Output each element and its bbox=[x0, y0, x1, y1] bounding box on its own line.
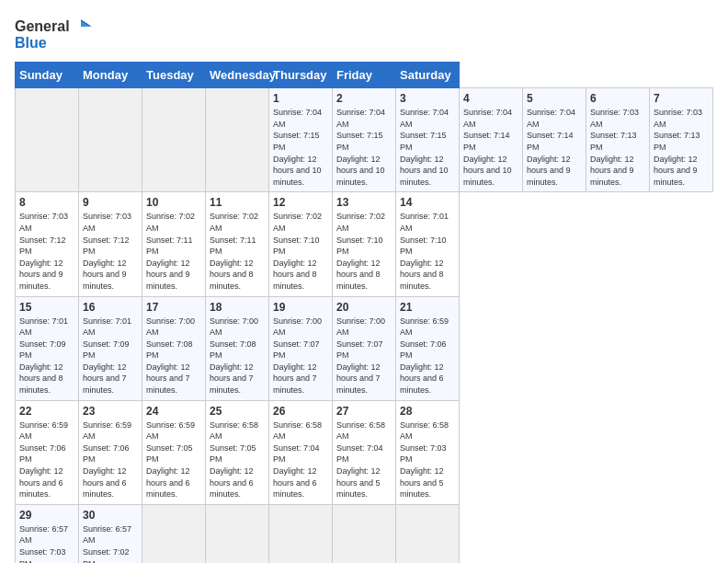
logo: General Blue bbox=[15, 15, 92, 51]
day-number: 26 bbox=[273, 405, 328, 418]
day-number: 3 bbox=[400, 92, 455, 105]
calendar-cell: 17Sunrise: 7:00 AMSunset: 7:08 PMDayligh… bbox=[142, 296, 206, 400]
col-header-monday: Monday bbox=[79, 63, 142, 88]
day-info: Sunrise: 7:03 AMSunset: 7:12 PMDaylight:… bbox=[19, 211, 74, 292]
day-info: Sunrise: 6:59 AMSunset: 7:06 PMDaylight:… bbox=[400, 316, 455, 396]
day-info: Sunrise: 7:00 AMSunset: 7:07 PMDaylight:… bbox=[336, 316, 392, 396]
logo-container: General Blue bbox=[15, 18, 92, 51]
day-info: Sunrise: 7:02 AMSunset: 7:11 PMDaylight:… bbox=[210, 211, 265, 292]
calendar-cell: 15Sunrise: 7:01 AMSunset: 7:09 PMDayligh… bbox=[16, 296, 79, 400]
col-header-sunday: Sunday bbox=[16, 63, 79, 88]
day-number: 16 bbox=[83, 301, 138, 314]
day-info: Sunrise: 7:02 AMSunset: 7:11 PMDaylight:… bbox=[146, 211, 201, 292]
day-info: Sunrise: 7:04 AMSunset: 7:15 PMDaylight:… bbox=[400, 107, 455, 188]
calendar-cell: 28Sunrise: 6:58 AMSunset: 7:03 PMDayligh… bbox=[396, 400, 460, 504]
day-number: 30 bbox=[83, 509, 138, 522]
day-info: Sunrise: 7:01 AMSunset: 7:09 PMDaylight:… bbox=[19, 316, 74, 396]
calendar-cell: 27Sunrise: 6:58 AMSunset: 7:04 PMDayligh… bbox=[333, 400, 396, 504]
calendar-week-2: 8Sunrise: 7:03 AMSunset: 7:12 PMDaylight… bbox=[16, 192, 713, 296]
day-number: 18 bbox=[210, 301, 265, 314]
day-number: 10 bbox=[146, 196, 201, 209]
calendar-week-3: 15Sunrise: 7:01 AMSunset: 7:09 PMDayligh… bbox=[16, 296, 713, 400]
calendar-cell bbox=[206, 504, 269, 563]
day-info: Sunrise: 7:03 AMSunset: 7:13 PMDaylight:… bbox=[590, 107, 645, 188]
day-number: 28 bbox=[400, 405, 455, 418]
day-info: Sunrise: 7:02 AMSunset: 7:10 PMDaylight:… bbox=[336, 211, 392, 292]
day-info: Sunrise: 7:04 AMSunset: 7:15 PMDaylight:… bbox=[336, 107, 392, 188]
day-info: Sunrise: 7:03 AMSunset: 7:13 PMDaylight:… bbox=[654, 107, 709, 188]
calendar-cell: 19Sunrise: 7:00 AMSunset: 7:07 PMDayligh… bbox=[269, 296, 333, 400]
day-info: Sunrise: 6:58 AMSunset: 7:03 PMDaylight:… bbox=[400, 419, 455, 500]
day-number: 1 bbox=[273, 92, 328, 105]
calendar-cell: 22Sunrise: 6:59 AMSunset: 7:06 PMDayligh… bbox=[16, 400, 79, 504]
calendar-cell: 24Sunrise: 6:59 AMSunset: 7:05 PMDayligh… bbox=[142, 400, 206, 504]
day-info: Sunrise: 6:59 AMSunset: 7:06 PMDaylight:… bbox=[83, 419, 138, 500]
calendar-cell: 2Sunrise: 7:04 AMSunset: 7:15 PMDaylight… bbox=[333, 88, 396, 192]
day-number: 15 bbox=[19, 301, 74, 314]
day-number: 7 bbox=[654, 92, 709, 105]
col-header-saturday: Saturday bbox=[396, 63, 460, 88]
day-number: 24 bbox=[146, 405, 201, 418]
day-number: 23 bbox=[83, 405, 138, 418]
calendar-cell bbox=[333, 504, 396, 563]
calendar-cell bbox=[269, 504, 333, 563]
day-number: 5 bbox=[527, 92, 582, 105]
day-info: Sunrise: 6:57 AMSunset: 7:02 PMDaylight:… bbox=[83, 523, 138, 563]
day-info: Sunrise: 7:00 AMSunset: 7:08 PMDaylight:… bbox=[210, 316, 265, 396]
calendar-cell: 9Sunrise: 7:03 AMSunset: 7:12 PMDaylight… bbox=[79, 192, 142, 296]
day-info: Sunrise: 6:58 AMSunset: 7:04 PMDaylight:… bbox=[336, 419, 392, 500]
calendar-cell bbox=[79, 88, 142, 192]
calendar-cell: 6Sunrise: 7:03 AMSunset: 7:13 PMDaylight… bbox=[586, 88, 650, 192]
day-info: Sunrise: 7:01 AMSunset: 7:10 PMDaylight:… bbox=[400, 211, 455, 292]
calendar-cell: 10Sunrise: 7:02 AMSunset: 7:11 PMDayligh… bbox=[142, 192, 206, 296]
day-number: 29 bbox=[19, 509, 74, 522]
day-info: Sunrise: 7:04 AMSunset: 7:14 PMDaylight:… bbox=[527, 107, 582, 188]
calendar-cell: 25Sunrise: 6:58 AMSunset: 7:05 PMDayligh… bbox=[206, 400, 269, 504]
col-header-wednesday: Wednesday bbox=[206, 63, 269, 88]
day-info: Sunrise: 6:57 AMSunset: 7:03 PMDaylight:… bbox=[19, 523, 74, 563]
calendar-cell: 12Sunrise: 7:02 AMSunset: 7:10 PMDayligh… bbox=[269, 192, 333, 296]
day-number: 19 bbox=[273, 301, 328, 314]
calendar-cell bbox=[142, 504, 206, 563]
day-number: 11 bbox=[210, 196, 265, 209]
day-number: 22 bbox=[19, 405, 74, 418]
day-info: Sunrise: 7:00 AMSunset: 7:07 PMDaylight:… bbox=[273, 316, 328, 396]
day-info: Sunrise: 6:58 AMSunset: 7:05 PMDaylight:… bbox=[210, 419, 265, 500]
calendar-cell: 16Sunrise: 7:01 AMSunset: 7:09 PMDayligh… bbox=[79, 296, 142, 400]
calendar-week-1: 1Sunrise: 7:04 AMSunset: 7:15 PMDaylight… bbox=[16, 88, 713, 192]
calendar-cell: 3Sunrise: 7:04 AMSunset: 7:15 PMDaylight… bbox=[396, 88, 460, 192]
calendar-cell: 18Sunrise: 7:00 AMSunset: 7:08 PMDayligh… bbox=[206, 296, 269, 400]
day-info: Sunrise: 6:58 AMSunset: 7:04 PMDaylight:… bbox=[273, 419, 328, 500]
day-info: Sunrise: 7:03 AMSunset: 7:12 PMDaylight:… bbox=[83, 211, 138, 292]
calendar-cell: 14Sunrise: 7:01 AMSunset: 7:10 PMDayligh… bbox=[396, 192, 460, 296]
calendar-cell bbox=[142, 88, 206, 192]
calendar-cell: 5Sunrise: 7:04 AMSunset: 7:14 PMDaylight… bbox=[523, 88, 586, 192]
day-number: 9 bbox=[83, 196, 138, 209]
day-info: Sunrise: 6:59 AMSunset: 7:05 PMDaylight:… bbox=[146, 419, 201, 500]
day-number: 27 bbox=[336, 405, 392, 418]
calendar-header: SundayMondayTuesdayWednesdayThursdayFrid… bbox=[16, 63, 713, 88]
logo-general: General bbox=[15, 18, 70, 35]
calendar-cell: 21Sunrise: 6:59 AMSunset: 7:06 PMDayligh… bbox=[396, 296, 460, 400]
calendar-cell: 11Sunrise: 7:02 AMSunset: 7:11 PMDayligh… bbox=[206, 192, 269, 296]
col-header-tuesday: Tuesday bbox=[142, 63, 206, 88]
calendar-cell: 23Sunrise: 6:59 AMSunset: 7:06 PMDayligh… bbox=[79, 400, 142, 504]
day-number: 12 bbox=[273, 196, 328, 209]
day-number: 25 bbox=[210, 405, 265, 418]
calendar-cell: 8Sunrise: 7:03 AMSunset: 7:12 PMDaylight… bbox=[16, 192, 79, 296]
calendar-cell: 7Sunrise: 7:03 AMSunset: 7:13 PMDaylight… bbox=[650, 88, 713, 192]
col-header-thursday: Thursday bbox=[269, 63, 333, 88]
day-info: Sunrise: 6:59 AMSunset: 7:06 PMDaylight:… bbox=[19, 419, 74, 500]
day-info: Sunrise: 7:04 AMSunset: 7:14 PMDaylight:… bbox=[463, 107, 518, 188]
day-number: 6 bbox=[590, 92, 645, 105]
day-info: Sunrise: 7:02 AMSunset: 7:10 PMDaylight:… bbox=[273, 211, 328, 292]
calendar-table: SundayMondayTuesdayWednesdayThursdayFrid… bbox=[15, 62, 713, 563]
logo-bird-icon bbox=[72, 19, 92, 34]
calendar-week-5: 29Sunrise: 6:57 AMSunset: 7:03 PMDayligh… bbox=[16, 504, 713, 563]
calendar-cell: 26Sunrise: 6:58 AMSunset: 7:04 PMDayligh… bbox=[269, 400, 333, 504]
day-number: 20 bbox=[336, 301, 392, 314]
calendar-week-4: 22Sunrise: 6:59 AMSunset: 7:06 PMDayligh… bbox=[16, 400, 713, 504]
day-number: 21 bbox=[400, 301, 455, 314]
calendar-cell: 20Sunrise: 7:00 AMSunset: 7:07 PMDayligh… bbox=[333, 296, 396, 400]
calendar-cell: 13Sunrise: 7:02 AMSunset: 7:10 PMDayligh… bbox=[333, 192, 396, 296]
